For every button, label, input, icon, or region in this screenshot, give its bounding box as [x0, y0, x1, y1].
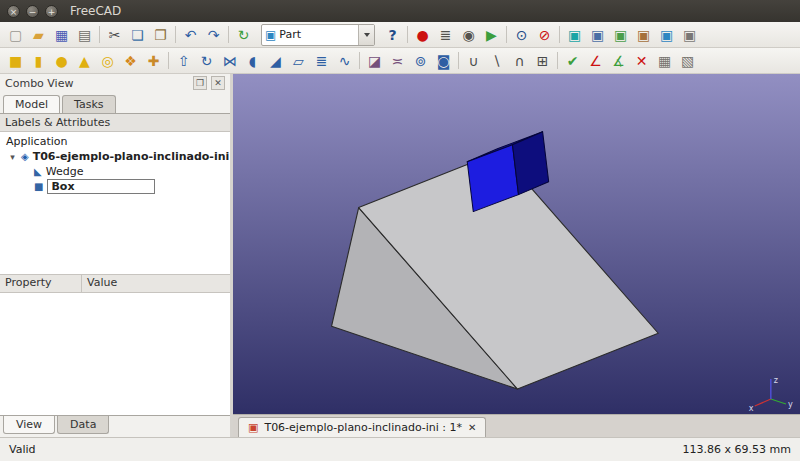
- property-table-body[interactable]: [0, 293, 230, 415]
- tab-data[interactable]: Data: [57, 416, 109, 434]
- boolean-union-icon[interactable]: ∪: [462, 50, 485, 72]
- primitive-box-icon[interactable]: ■: [4, 50, 27, 72]
- main-area: Combo View ❐ ✕ Model Tasks Labels & Attr…: [0, 74, 800, 437]
- toolbar-separator: [228, 26, 229, 43]
- shape-builder-icon[interactable]: ✚: [142, 50, 165, 72]
- primitive-cylinder-icon[interactable]: ▮: [27, 50, 50, 72]
- value-column-header[interactable]: Value: [82, 275, 122, 292]
- zoom-selection-icon[interactable]: ⊙: [510, 24, 533, 46]
- model-tree[interactable]: Application ▾ ◈ T06-ejemplo-plano-inclin…: [0, 132, 230, 275]
- boolean-cut-icon[interactable]: ∖: [485, 50, 508, 72]
- toggle-measurement-delta-icon[interactable]: ▧: [676, 50, 699, 72]
- view-top-icon[interactable]: ▣: [609, 24, 632, 46]
- workbench-dropdown-arrow[interactable]: [358, 25, 374, 45]
- freecad-window: × − + FreeCAD ▢▰▦▤✂❏❐↶↷↻ ▣ Part ?●≣◉▶⊙⊘▣…: [0, 0, 800, 461]
- toolbar-part-workbench: ■▮●▲◎❖✚⇧↻⋈◖◢▱≣∿◪≍⊚◙∪∖∩⊞✔∠∡✕▦▧: [0, 48, 800, 74]
- section-icon[interactable]: ◪: [363, 50, 386, 72]
- loft-icon[interactable]: ≣: [310, 50, 333, 72]
- toolbar-separator: [407, 26, 408, 43]
- measure-linear-icon[interactable]: ∠: [584, 50, 607, 72]
- whats-this-icon[interactable]: ?: [381, 24, 404, 46]
- undo-icon[interactable]: ↶: [179, 24, 202, 46]
- cross-sections-icon[interactable]: ≍: [386, 50, 409, 72]
- thickness-icon[interactable]: ◙: [432, 50, 455, 72]
- view-front-icon[interactable]: ▣: [586, 24, 609, 46]
- caret-down-icon[interactable]: ▾: [8, 152, 17, 162]
- offset-icon[interactable]: ⊚: [409, 50, 432, 72]
- macro-execute-icon[interactable]: ▶: [480, 24, 503, 46]
- toolbar-separator: [559, 26, 560, 43]
- status-message: Valid: [9, 443, 36, 456]
- toolbar-separator: [506, 26, 507, 43]
- 3d-scene[interactable]: x y z: [233, 74, 800, 414]
- toolbar-separator: [168, 52, 169, 69]
- ruled-surface-icon[interactable]: ▱: [287, 50, 310, 72]
- titlebar: × − + FreeCAD: [0, 0, 800, 22]
- copy-icon[interactable]: ❏: [126, 24, 149, 46]
- view-right-icon[interactable]: ▣: [632, 24, 655, 46]
- view-rotate-icon[interactable]: ▣: [678, 24, 701, 46]
- macro-dialog-icon[interactable]: ≣: [434, 24, 457, 46]
- primitive-sphere-icon[interactable]: ●: [50, 50, 73, 72]
- tab-view[interactable]: View: [3, 416, 55, 434]
- tab-tasks[interactable]: Tasks: [62, 95, 115, 113]
- property-column-header[interactable]: Property: [0, 275, 82, 292]
- fillet-icon[interactable]: ◖: [241, 50, 264, 72]
- sweep-icon[interactable]: ∿: [333, 50, 356, 72]
- wedge-icon: ◣: [34, 166, 42, 177]
- primitive-cone-icon[interactable]: ▲: [73, 50, 96, 72]
- window-maximize-button[interactable]: +: [45, 5, 58, 18]
- macro-debug-icon[interactable]: ◉: [457, 24, 480, 46]
- document-tab-label: T06-ejemplo-plano-inclinado-ini : 1*: [264, 421, 462, 434]
- measure-angular-icon[interactable]: ∡: [607, 50, 630, 72]
- clipping-plane-icon[interactable]: ⊘: [533, 24, 556, 46]
- paste-icon[interactable]: ❐: [149, 24, 172, 46]
- axis-z-label: z: [774, 376, 778, 385]
- toolbar-file-edit-group: ▢▰▦▤✂❏❐↶↷↻: [4, 24, 255, 46]
- 3d-viewport[interactable]: x y z: [233, 74, 800, 414]
- compound-icon[interactable]: ⊞: [531, 50, 554, 72]
- tree-item-application[interactable]: Application: [0, 134, 230, 149]
- extrude-icon[interactable]: ⇧: [172, 50, 195, 72]
- primitive-torus-icon[interactable]: ◎: [96, 50, 119, 72]
- toolbar-separator: [175, 26, 176, 43]
- tree-box-label[interactable]: Box: [47, 179, 155, 194]
- toolbar-separator: [359, 52, 360, 69]
- box-icon: ■: [34, 181, 43, 192]
- tree-document-label: T06-ejemplo-plano-inclinado-ini: [33, 150, 230, 163]
- cut-icon[interactable]: ✂: [103, 24, 126, 46]
- new-file-icon[interactable]: ▢: [4, 24, 27, 46]
- tree-item-box[interactable]: ■ Box: [0, 179, 230, 194]
- document-tab-close-icon[interactable]: ✕: [468, 422, 476, 433]
- primitives-dialog-icon[interactable]: ❖: [119, 50, 142, 72]
- part-workbench-icon: ▣: [262, 28, 279, 42]
- tree-item-wedge[interactable]: ◣ Wedge: [0, 164, 230, 179]
- print-icon[interactable]: ▤: [73, 24, 96, 46]
- save-file-icon[interactable]: ▦: [50, 24, 73, 46]
- mirror-icon[interactable]: ⋈: [218, 50, 241, 72]
- toggle-measurement-3d-icon[interactable]: ▦: [653, 50, 676, 72]
- tab-model[interactable]: Model: [3, 95, 60, 113]
- open-file-icon[interactable]: ▰: [27, 24, 50, 46]
- window-minimize-button[interactable]: −: [26, 5, 39, 18]
- check-geometry-icon[interactable]: ✔: [561, 50, 584, 72]
- window-close-button[interactable]: ×: [7, 5, 20, 18]
- workbench-selector[interactable]: ▣ Part: [261, 24, 375, 46]
- redo-icon[interactable]: ↷: [202, 24, 225, 46]
- clear-measurement-icon[interactable]: ✕: [630, 50, 653, 72]
- boolean-common-icon[interactable]: ∩: [508, 50, 531, 72]
- panel-close-button[interactable]: ✕: [211, 76, 225, 90]
- macro-record-icon[interactable]: ●: [411, 24, 434, 46]
- chamfer-icon[interactable]: ◢: [264, 50, 287, 72]
- panel-float-button[interactable]: ❐: [193, 76, 207, 90]
- revolve-icon[interactable]: ↻: [195, 50, 218, 72]
- tree-item-document[interactable]: ▾ ◈ T06-ejemplo-plano-inclinado-ini: [0, 149, 230, 164]
- document-tab-bar: ▣ T06-ejemplo-plano-inclinado-ini : 1* ✕: [233, 414, 800, 437]
- refresh-icon[interactable]: ↻: [232, 24, 255, 46]
- document-area: x y z ▣ T06-ejemplo-plano-inclinado-ini …: [233, 74, 800, 437]
- freecad-document-icon: ▣: [248, 421, 258, 434]
- workbench-selector-value: Part: [279, 28, 358, 41]
- document-tab[interactable]: ▣ T06-ejemplo-plano-inclinado-ini : 1* ✕: [238, 417, 486, 437]
- view-axonometric-icon[interactable]: ▣: [655, 24, 678, 46]
- view-isometric-icon[interactable]: ▣: [563, 24, 586, 46]
